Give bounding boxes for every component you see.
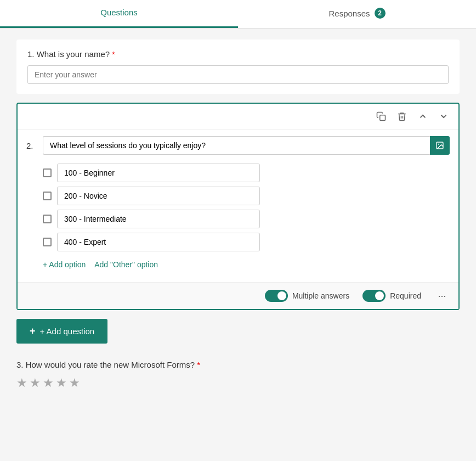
- tab-responses[interactable]: Responses 2: [238, 0, 476, 28]
- option-checkbox-2[interactable]: [43, 215, 52, 223]
- required-label: Required: [390, 291, 421, 300]
- required-star-3: *: [197, 360, 200, 369]
- stars-row: ★ ★ ★ ★ ★: [16, 376, 460, 390]
- question-3-label: 3. How would you rate the new Microsoft …: [16, 360, 460, 369]
- multiple-answers-toggle[interactable]: [265, 290, 288, 302]
- tab-questions[interactable]: Questions: [0, 0, 238, 28]
- add-options-row: + Add option Add "Other" option: [43, 258, 450, 271]
- option-checkbox-0[interactable]: [43, 168, 52, 177]
- delete-icon[interactable]: [394, 108, 410, 125]
- question-2-row: 2.: [26, 136, 450, 155]
- option-row-2: [43, 210, 450, 228]
- move-down-icon[interactable]: [435, 108, 452, 125]
- question-1-input[interactable]: [27, 65, 449, 84]
- option-input-2[interactable]: [57, 210, 260, 228]
- question-2-card: 2.: [16, 103, 460, 310]
- plus-icon: +: [30, 325, 36, 337]
- more-options-button[interactable]: ···: [434, 288, 450, 303]
- option-checkbox-1[interactable]: [43, 192, 52, 200]
- main-content: 1. What is your name?*: [0, 29, 476, 407]
- copy-icon[interactable]: [373, 108, 389, 125]
- required-toggle[interactable]: [362, 290, 386, 302]
- star-3[interactable]: ★: [43, 376, 54, 390]
- move-up-icon[interactable]: [415, 108, 431, 125]
- star-1[interactable]: ★: [16, 376, 27, 390]
- add-option-button[interactable]: + Add option: [43, 258, 86, 271]
- add-question-button[interactable]: + + Add question: [16, 319, 107, 344]
- question-1-label: 1. What is your name?*: [27, 49, 449, 59]
- svg-point-2: [438, 144, 439, 145]
- question-1-block: 1. What is your name?*: [16, 40, 460, 94]
- star-2[interactable]: ★: [30, 376, 41, 390]
- multiple-answers-toggle-group: Multiple answers: [265, 290, 349, 302]
- tabs-bar: Questions Responses 2: [0, 0, 476, 29]
- question-input-wrap: [43, 136, 450, 155]
- option-row-1: [43, 187, 450, 205]
- required-toggle-group: Required: [362, 290, 421, 302]
- card-body: 2.: [18, 130, 458, 282]
- option-input-1[interactable]: [57, 187, 260, 205]
- options-list: [43, 164, 450, 251]
- app-container: Questions Responses 2 1. What is your na…: [0, 0, 476, 461]
- image-button[interactable]: [430, 136, 450, 155]
- question-2-text-input[interactable]: [43, 136, 430, 155]
- add-other-option-button[interactable]: Add "Other" option: [94, 258, 158, 271]
- svg-rect-0: [380, 115, 386, 121]
- card-toolbar: [18, 104, 458, 130]
- question-2-number: 2.: [26, 141, 37, 150]
- option-row-0: [43, 164, 450, 182]
- star-4[interactable]: ★: [56, 376, 67, 390]
- star-5[interactable]: ★: [69, 376, 80, 390]
- option-checkbox-3[interactable]: [43, 238, 52, 246]
- option-input-3[interactable]: [57, 233, 260, 251]
- responses-badge: 2: [375, 8, 386, 19]
- option-input-0[interactable]: [57, 164, 260, 182]
- question-3-block: 3. How would you rate the new Microsoft …: [16, 355, 460, 396]
- multiple-answers-label: Multiple answers: [292, 291, 349, 300]
- card-footer: Multiple answers Required ···: [18, 282, 458, 309]
- required-star-1: *: [112, 49, 115, 59]
- option-row-3: [43, 233, 450, 251]
